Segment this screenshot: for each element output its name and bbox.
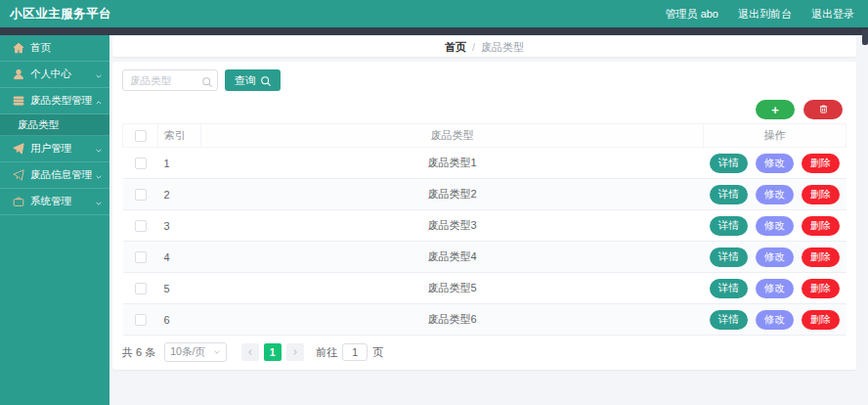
query-button-label: 查询	[235, 73, 256, 88]
delete-button[interactable]: 删除	[802, 185, 840, 204]
edit-button[interactable]: 修改	[756, 216, 794, 236]
breadcrumb-current: 废品类型	[481, 40, 524, 55]
edit-button[interactable]: 修改	[756, 279, 794, 298]
sidebar-item-home[interactable]: 首页	[0, 35, 109, 62]
goto-page-input[interactable]	[342, 343, 368, 361]
chevron-down-icon	[95, 171, 103, 179]
row-type: 废品类型6	[201, 304, 704, 336]
search-icon	[201, 74, 213, 86]
edit-button[interactable]: 修改	[756, 185, 794, 204]
sidebar-item-waste-info-management[interactable]: 废品信息管理	[0, 162, 109, 189]
batch-delete-button[interactable]	[803, 100, 843, 119]
page-size-select[interactable]: 10条/页	[164, 342, 227, 362]
sidebar-item-label: 系统管理	[30, 195, 71, 208]
table-row: 4 废品类型4 详情 修改 删除	[123, 242, 846, 273]
search-box	[122, 69, 218, 91]
query-button[interactable]: 查询	[225, 69, 281, 91]
chevron-down-icon	[213, 348, 221, 356]
breadcrumb-home[interactable]: 首页	[445, 40, 466, 55]
detail-button[interactable]: 详情	[710, 310, 748, 330]
topbar-nav: 管理员 abo 退出到前台 退出登录	[666, 7, 854, 22]
edit-button[interactable]: 修改	[756, 154, 794, 173]
sidebar-item-personal-center[interactable]: 个人中心	[0, 62, 109, 88]
search-icon	[260, 75, 271, 86]
row-type: 废品类型2	[201, 179, 704, 210]
detail-button[interactable]: 详情	[710, 154, 748, 173]
row-index: 4	[158, 242, 201, 273]
sidebar-item-system-management[interactable]: 系统管理	[0, 189, 109, 215]
sidebar-item-user-management[interactable]: 用户管理	[0, 136, 109, 162]
chevron-right-icon	[291, 348, 299, 356]
chevron-down-icon	[95, 145, 103, 153]
select-all-checkbox[interactable]	[135, 130, 147, 142]
delete-button[interactable]: 删除	[802, 279, 840, 298]
trash-icon	[818, 103, 829, 117]
chevron-up-icon	[95, 97, 103, 105]
pagination: 共 6 条 10条/页 1 前往 页	[122, 342, 846, 362]
edit-button[interactable]: 修改	[756, 310, 794, 330]
sidebar-item-waste-type-management[interactable]: 废品类型管理	[0, 88, 109, 114]
content-card: 查询 +	[112, 62, 856, 370]
goto-page: 前往 页	[316, 343, 383, 361]
pagination-total: 共 6 条	[122, 345, 155, 360]
page-size-value: 10条/页	[170, 345, 205, 359]
detail-button[interactable]: 详情	[710, 216, 748, 236]
column-header-actions: 操作	[704, 124, 846, 148]
send-outline-icon	[13, 169, 24, 181]
chevron-down-icon	[95, 70, 103, 78]
column-header-index: 索引	[158, 124, 201, 148]
detail-button[interactable]: 详情	[710, 185, 748, 204]
exit-to-front-link[interactable]: 退出到前台	[738, 7, 792, 22]
home-icon	[13, 42, 24, 54]
row-type: 废品类型1	[201, 148, 704, 179]
row-index: 6	[158, 304, 201, 336]
list-icon	[13, 95, 24, 107]
goto-unit: 页	[372, 345, 383, 360]
table-row: 5 废品类型5 详情 修改 删除	[123, 273, 846, 304]
row-type: 废品类型4	[201, 242, 704, 273]
prev-page-button[interactable]	[241, 343, 259, 361]
table-row: 3 废品类型3 详情 修改 删除	[123, 210, 846, 242]
detail-button[interactable]: 详情	[710, 279, 748, 298]
row-checkbox[interactable]	[135, 314, 147, 326]
add-button[interactable]: +	[756, 100, 795, 119]
chevron-left-icon	[246, 348, 254, 356]
detail-button[interactable]: 详情	[710, 248, 748, 267]
user-icon	[13, 68, 24, 80]
row-type: 废品类型5	[201, 273, 704, 304]
row-checkbox[interactable]	[135, 283, 147, 294]
row-index: 5	[158, 273, 201, 304]
page-number-button[interactable]: 1	[264, 343, 282, 361]
row-checkbox[interactable]	[135, 251, 147, 263]
delete-button[interactable]: 删除	[802, 154, 840, 173]
row-index: 1	[158, 148, 201, 179]
breadcrumb-separator: /	[472, 41, 475, 53]
sidebar-item-label: 个人中心	[30, 68, 71, 81]
app-title: 小区业主服务平台	[10, 6, 111, 22]
scrollbar-thumb[interactable]	[862, 29, 868, 45]
row-checkbox[interactable]	[135, 158, 147, 169]
row-checkbox[interactable]	[135, 220, 147, 232]
sidebar-item-label: 废品类型管理	[30, 94, 92, 108]
send-icon	[13, 143, 24, 155]
row-index: 3	[158, 210, 201, 242]
row-type: 废品类型3	[201, 210, 704, 242]
delete-button[interactable]: 删除	[802, 248, 840, 267]
row-checkbox[interactable]	[135, 189, 147, 201]
table-row: 1 废品类型1 详情 修改 删除	[123, 148, 846, 179]
sidebar-item-label: 用户管理	[30, 142, 71, 156]
sidebar-item-label: 首页	[30, 41, 51, 55]
next-page-button[interactable]	[286, 343, 304, 361]
delete-button[interactable]: 删除	[802, 310, 840, 330]
waste-type-table: 索引 废品类型 操作 1 废品类型1 详情 修改 删除	[122, 123, 846, 336]
topbar: 小区业主服务平台 管理员 abo 退出到前台 退出登录	[0, 0, 868, 27]
admin-user-link[interactable]: 管理员 abo	[666, 7, 718, 22]
edit-button[interactable]: 修改	[756, 248, 794, 267]
column-header-type: 废品类型	[201, 124, 704, 148]
logout-link[interactable]: 退出登录	[811, 7, 854, 22]
sidebar-subitem-waste-type[interactable]: 废品类型	[0, 114, 109, 136]
row-index: 2	[158, 179, 201, 210]
delete-button[interactable]: 删除	[802, 216, 840, 236]
breadcrumb: 首页 / 废品类型	[112, 37, 856, 57]
chevron-down-icon	[95, 198, 103, 205]
